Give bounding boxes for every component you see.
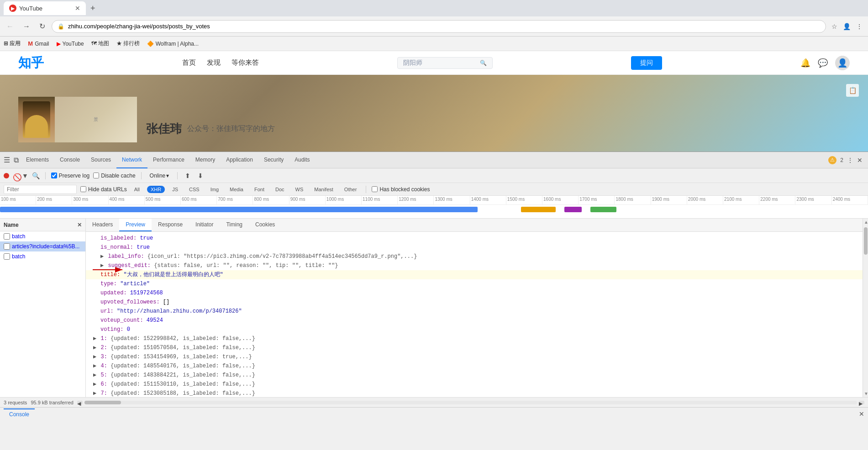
filter-media[interactable]: Media <box>226 186 247 193</box>
console-close-button[interactable]: ✕ <box>859 410 864 418</box>
expand-arrow-label-info[interactable]: ▶ <box>100 252 104 261</box>
devtools-dock-button[interactable]: ⧉ <box>12 155 21 165</box>
json-array-7[interactable]: ▶ 7: {updated: 1523085188, is_labeled: f… <box>86 389 863 397</box>
bookmark-maps[interactable]: 🗺 地图 <box>91 40 109 47</box>
url-input[interactable] <box>68 23 820 30</box>
json-array-6[interactable]: ▶ 6: {updated: 1511530110, is_labeled: f… <box>86 380 863 389</box>
expand-arrow-2[interactable]: ▶ <box>93 344 96 352</box>
zhihu-search-box[interactable]: 🔍 <box>397 57 493 69</box>
json-array-5[interactable]: ▶ 5: {updated: 1483884221, is_labeled: f… <box>86 371 863 380</box>
nav-discover[interactable]: 发现 <box>207 58 221 67</box>
tab-sources[interactable]: Sources <box>85 152 116 168</box>
network-item-batch-2[interactable]: batch <box>0 251 85 262</box>
filter-font[interactable]: Font <box>251 186 268 193</box>
filter-all[interactable]: All <box>131 186 143 193</box>
json-array-1[interactable]: ▶ 1: {updated: 1522998842, is_labeled: f… <box>86 334 863 343</box>
preserve-log-checkbox[interactable]: Preserve log <box>51 173 89 179</box>
expand-arrow-3[interactable]: ▶ <box>93 353 96 361</box>
search-icon[interactable]: 🔍 <box>480 60 487 66</box>
devtools-close-button[interactable]: ✕ <box>857 157 863 164</box>
reload-button[interactable]: ↻ <box>37 20 48 32</box>
forward-button[interactable]: → <box>20 21 33 32</box>
clear-button[interactable]: 🚫 <box>13 173 18 178</box>
messages-icon[interactable]: 💬 <box>818 58 828 68</box>
tab-console[interactable]: Console <box>54 152 85 168</box>
filter-input[interactable] <box>4 185 77 194</box>
expand-arrow-1[interactable]: ▶ <box>93 335 96 343</box>
throttle-dropdown[interactable]: Online ▾ <box>147 172 172 180</box>
detail-tab-initiator[interactable]: Initiator <box>189 219 220 231</box>
filter-manifest[interactable]: Manifest <box>310 186 337 193</box>
devtools-toggle-button[interactable]: ☰ <box>2 155 12 165</box>
devtools-more-button[interactable]: ⋮ <box>847 157 853 164</box>
filter-doc[interactable]: Doc <box>272 186 288 193</box>
json-array-2[interactable]: ▶ 2: {updated: 1510570584, is_labeled: f… <box>86 343 863 352</box>
search-icon[interactable]: 🔍 <box>32 172 40 179</box>
scroll-left-button[interactable]: ◀ <box>77 401 83 404</box>
bookmark-star-icon[interactable]: ☆ <box>830 21 839 32</box>
filter-icon[interactable]: ▼ <box>22 172 28 179</box>
bookmark-youtube[interactable]: ▶ YouTube <box>57 41 84 47</box>
bookmark-ranking[interactable]: ★ 排行榜 <box>116 40 140 47</box>
json-label-info[interactable]: ▶ label_info: {icon_url: "https://pic3.z… <box>86 252 863 261</box>
tab-security[interactable]: Security <box>258 152 289 168</box>
network-item-articles[interactable]: articles?include=data%5B... <box>0 241 85 251</box>
bookmark-wolfram[interactable]: 🔶 Wolfram | Alpha... <box>147 41 199 47</box>
expand-arrow-4[interactable]: ▶ <box>93 362 96 370</box>
address-bar[interactable]: 🔒 <box>52 20 826 33</box>
notifications-bell-icon[interactable]: 🔔 <box>800 58 810 68</box>
json-array-4[interactable]: ▶ 4: {updated: 1485540176, is_labeled: f… <box>86 361 863 371</box>
expand-arrow-5[interactable]: ▶ <box>93 371 96 379</box>
apps-icon[interactable]: ⊞ 应用 <box>4 40 21 47</box>
filter-img[interactable]: Img <box>207 186 222 193</box>
item-check-1[interactable] <box>4 233 10 240</box>
detail-tab-timing[interactable]: Timing <box>220 219 249 231</box>
expand-arrow-6[interactable]: ▶ <box>93 380 96 388</box>
new-tab-button[interactable]: + <box>88 4 98 13</box>
filter-js[interactable]: JS <box>168 186 182 193</box>
user-avatar[interactable]: 👤 <box>835 56 850 70</box>
json-suggest-edit[interactable]: ▶ suggest_edit: {status: false, url: "",… <box>86 261 863 270</box>
zhihu-ask-button[interactable]: 提问 <box>631 56 662 70</box>
detail-tab-preview[interactable]: Preview <box>119 219 152 231</box>
scroll-down-button[interactable]: ▼ <box>863 390 868 397</box>
horizontal-scroll-thumb[interactable] <box>84 401 121 404</box>
nav-waiting[interactable]: 等你来答 <box>231 58 259 67</box>
import-button[interactable]: ⬆ <box>183 171 192 180</box>
tab-performance[interactable]: Performance <box>147 152 190 168</box>
has-blocked-cookies-toggle[interactable]: Has blocked cookies <box>372 186 430 193</box>
tab-memory[interactable]: Memory <box>190 152 221 168</box>
detail-tab-cookies[interactable]: Cookies <box>249 219 281 231</box>
export-button[interactable]: ⬇ <box>196 171 205 180</box>
tab-close-button[interactable]: ✕ <box>75 5 80 12</box>
back-button[interactable]: ← <box>4 21 16 32</box>
more-options-icon[interactable]: ⋮ <box>854 21 864 32</box>
record-button[interactable] <box>4 173 9 178</box>
filter-css[interactable]: CSS <box>185 186 203 193</box>
filter-other[interactable]: Other <box>341 186 361 193</box>
tab-elements[interactable]: Elements <box>21 152 54 168</box>
scroll-right-button[interactable]: ▶ <box>859 401 864 404</box>
detail-tab-headers[interactable]: Headers <box>86 219 119 231</box>
network-item-batch-1[interactable]: batch <box>0 231 85 241</box>
json-array-3[interactable]: ▶ 3: {updated: 1534154969, is_labeled: t… <box>86 352 863 361</box>
tab-audits[interactable]: Audits <box>289 152 315 168</box>
expand-arrow-suggest-edit[interactable]: ▶ <box>100 262 104 270</box>
filter-ws[interactable]: WS <box>292 186 307 193</box>
scroll-thumb[interactable] <box>864 227 868 255</box>
zhihu-search-input[interactable] <box>403 59 476 67</box>
detail-tab-response[interactable]: Response <box>152 219 189 231</box>
nav-home[interactable]: 首页 <box>182 58 196 67</box>
detail-scrollbar[interactable]: ▲ ▼ <box>863 219 868 397</box>
user-profile-icon[interactable]: 👤 <box>841 21 852 32</box>
item-check-2[interactable] <box>4 253 10 260</box>
browser-tab[interactable]: ▶ YouTube ✕ <box>4 1 86 15</box>
console-tab-item[interactable]: Console <box>4 408 35 419</box>
close-detail-button[interactable]: ✕ <box>77 222 82 228</box>
hide-data-urls-toggle[interactable]: Hide data URLs <box>80 186 127 193</box>
disable-cache-checkbox[interactable]: Disable cache <box>93 173 135 179</box>
tab-application[interactable]: Application <box>221 152 258 168</box>
scroll-up-button[interactable]: ▲ <box>863 219 868 225</box>
expand-arrow-7[interactable]: ▶ <box>93 389 96 397</box>
bookmark-gmail[interactable]: M Gmail <box>28 40 49 47</box>
